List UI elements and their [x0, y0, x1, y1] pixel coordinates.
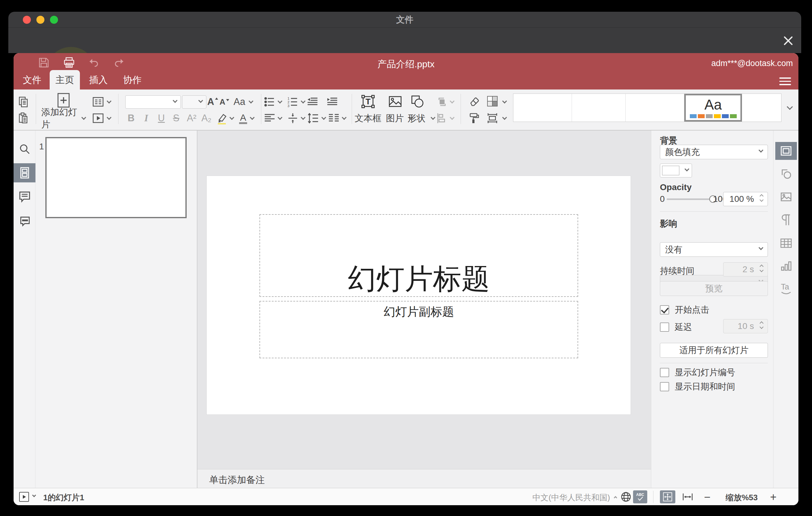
start-slideshow-icon[interactable] [19, 492, 29, 502]
eraser-icon[interactable] [467, 95, 481, 109]
tab-collaboration[interactable]: 协作 [117, 70, 148, 89]
slideshow-icon[interactable] [91, 111, 105, 125]
fit-width-icon[interactable] [682, 491, 694, 503]
background-color-picker[interactable] [660, 164, 692, 177]
close-icon[interactable] [782, 34, 794, 47]
align-chevron-icon[interactable] [278, 115, 283, 120]
slide-size-icon[interactable] [485, 111, 500, 125]
delay-stepper-icons[interactable] [758, 321, 764, 332]
italic-button[interactable]: I [140, 111, 153, 125]
start-on-click-checkbox[interactable] [660, 305, 669, 314]
shape-chevron-icon[interactable] [431, 115, 436, 120]
hamburger-icon[interactable] [779, 75, 791, 85]
paste-icon[interactable] [17, 111, 30, 125]
shape-button[interactable]: 形状 [403, 112, 430, 125]
align-icon[interactable] [263, 111, 277, 125]
title-placeholder[interactable]: 幻灯片标题 [259, 214, 578, 297]
show-date-time-row[interactable]: 显示日期和时间 [660, 381, 735, 393]
duration-input[interactable]: 2 s [723, 262, 768, 277]
subscript-button[interactable]: A₂ [199, 111, 214, 125]
font-color-chevron-icon[interactable] [250, 115, 255, 120]
opacity-slider[interactable] [667, 198, 713, 200]
change-case-button[interactable]: Aa [231, 95, 248, 109]
columns-icon[interactable] [326, 111, 341, 125]
change-case-chevron-icon[interactable] [249, 99, 254, 104]
slideshow-mode-chevron-icon[interactable] [32, 493, 36, 497]
apply-to-all-button[interactable]: 适用于所有幻灯片 [660, 343, 768, 358]
tab-home[interactable]: 主页 [50, 70, 80, 89]
indent-icon[interactable] [325, 95, 339, 109]
columns-chevron-icon[interactable] [342, 115, 347, 120]
show-date-time-checkbox[interactable] [660, 382, 669, 391]
chart-settings-icon[interactable] [780, 259, 792, 272]
align-objects-chevron-icon[interactable] [450, 115, 455, 120]
shape-settings-icon[interactable] [780, 167, 792, 180]
font-size-select[interactable] [182, 95, 206, 109]
textbox-icon[interactable]: T [360, 94, 376, 109]
arrange-icon[interactable] [435, 95, 449, 109]
align-objects-icon[interactable] [435, 111, 449, 125]
line-spacing-chevron-icon[interactable] [321, 115, 326, 120]
numbering-icon[interactable]: 123 [286, 95, 299, 109]
strikethrough-button[interactable]: S [169, 111, 183, 125]
theme-colors-icon[interactable] [485, 94, 500, 109]
paint-roller-icon[interactable] [467, 111, 481, 125]
theme-option[interactable] [626, 94, 684, 122]
highlight-chevron-icon[interactable] [230, 115, 234, 120]
chat-icon[interactable] [18, 214, 31, 227]
subtitle-placeholder[interactable]: 幻灯片副标题 [259, 301, 578, 358]
font-color-icon[interactable]: A [236, 111, 250, 125]
theme-gallery-expand-icon[interactable] [782, 93, 797, 122]
slides-icon[interactable] [18, 166, 31, 179]
textbox-button[interactable]: 文本框 [350, 112, 386, 125]
search-icon[interactable] [18, 143, 31, 155]
theme-option-selected[interactable]: Aa [684, 94, 742, 122]
slide[interactable]: 幻灯片标题 幻灯片副标题 [207, 176, 631, 414]
slide-settings-icon[interactable] [780, 144, 792, 157]
zoom-out-button[interactable]: − [704, 491, 710, 504]
theme-colors-chevron-icon[interactable] [502, 99, 507, 104]
bullets-chevron-icon[interactable] [278, 99, 283, 104]
paragraph-settings-icon[interactable] [780, 213, 792, 227]
slide-layout-chevron-icon[interactable] [107, 99, 112, 104]
table-settings-icon[interactable] [780, 237, 792, 250]
shape-icon[interactable] [410, 94, 425, 109]
theme-option[interactable] [572, 94, 626, 122]
opacity-stepper-icons[interactable] [758, 194, 764, 205]
theme-option[interactable] [742, 94, 781, 122]
outdent-icon[interactable] [306, 95, 319, 109]
bold-button[interactable]: B [124, 111, 138, 125]
start-on-click-row[interactable]: 开始点击 [660, 304, 709, 316]
arrange-chevron-icon[interactable] [450, 99, 455, 104]
font-name-select[interactable] [125, 95, 181, 109]
language-selector[interactable]: 中文(中华人民共和国) [532, 492, 617, 503]
zoom-in-button[interactable]: + [770, 491, 777, 504]
bullets-icon[interactable] [263, 95, 277, 109]
numbering-chevron-icon[interactable] [301, 99, 306, 104]
fit-slide-icon[interactable] [660, 490, 675, 503]
highlight-icon[interactable] [215, 111, 229, 125]
vertical-align-icon[interactable] [286, 111, 299, 125]
image-settings-icon[interactable] [780, 191, 792, 203]
slide-size-chevron-icon[interactable] [502, 115, 507, 120]
copy-icon[interactable] [17, 95, 30, 109]
superscript-button[interactable]: A² [184, 111, 199, 125]
slide-layout-icon[interactable] [91, 95, 105, 109]
delay-row[interactable]: 延迟 [660, 321, 692, 333]
show-slide-number-checkbox[interactable] [660, 368, 669, 377]
slide-canvas[interactable]: 幻灯片标题 幻灯片副标题 [198, 131, 651, 469]
vertical-align-chevron-icon[interactable] [301, 115, 306, 120]
slide-thumbnail[interactable] [45, 137, 187, 218]
spellcheck-icon[interactable]: ABC [633, 490, 647, 503]
duration-stepper-icons[interactable] [758, 264, 764, 275]
effect-select[interactable]: 没有 [660, 242, 768, 257]
line-spacing-icon[interactable] [306, 111, 321, 125]
delay-input[interactable]: 10 s [723, 319, 768, 333]
slideshow-chevron-icon[interactable] [107, 115, 112, 120]
decrease-font-button[interactable]: A [218, 95, 231, 109]
add-slide-button[interactable]: 添加幻灯片 [41, 112, 82, 125]
globe-icon[interactable] [620, 491, 632, 503]
underline-button[interactable]: U [154, 111, 168, 125]
notes-area[interactable]: 单击添加备注 [198, 469, 651, 488]
preview-button[interactable]: 预览 [660, 281, 768, 296]
